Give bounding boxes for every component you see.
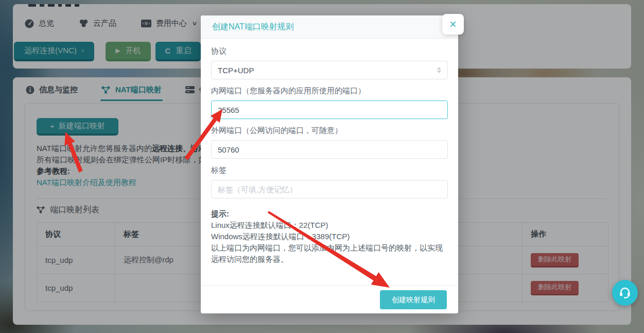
external-port-label: 外网端口（公网访问的端口，可随意） bbox=[211, 126, 448, 136]
modal-header: 创建NAT端口映射规则 bbox=[201, 15, 458, 39]
hint-line-explain: 以上端口为内网端口，您可以添加内网为上述端口号的映射，以实现远程访问您的服务器。 bbox=[211, 242, 448, 265]
hint-block: 提示: Linux远程连接默认端口：22(TCP) Windows远程连接默认端… bbox=[211, 208, 448, 265]
modal-close-button[interactable]: × bbox=[442, 14, 464, 35]
modal-footer: 创建映射规则 bbox=[201, 285, 458, 313]
tag-label: 标签 bbox=[211, 165, 448, 175]
select-sort-icon bbox=[437, 67, 441, 73]
support-chat-button[interactable] bbox=[612, 280, 638, 306]
modal-title: 创建NAT端口映射规则 bbox=[212, 22, 294, 32]
hint-title: 提示: bbox=[211, 208, 448, 220]
external-port-input[interactable] bbox=[211, 140, 448, 159]
create-mapping-rule-button[interactable]: 创建映射规则 bbox=[380, 290, 447, 309]
internal-port-label: 内网端口（您服务器内的应用所使用的端口） bbox=[211, 86, 448, 96]
protocol-selected-value: TCP+UDP bbox=[218, 66, 254, 75]
hint-line-windows: Windows远程连接默认端口：3389(TCP) bbox=[211, 231, 448, 242]
close-icon: × bbox=[449, 18, 456, 31]
modal-body: 协议 TCP+UDP 内网端口（您服务器内的应用所使用的端口） 外网端口（公网访… bbox=[201, 39, 458, 265]
headset-icon bbox=[618, 286, 632, 299]
tag-input[interactable] bbox=[211, 180, 448, 198]
protocol-select[interactable]: TCP+UDP bbox=[211, 61, 448, 79]
hint-line-linux: Linux远程连接默认端口：22(TCP) bbox=[211, 220, 448, 231]
protocol-label: 协议 bbox=[211, 46, 448, 56]
create-nat-rule-modal: 创建NAT端口映射规则 × 协议 TCP+UDP 内网端口（您服务器内的应用所使… bbox=[201, 15, 458, 313]
internal-port-input[interactable] bbox=[211, 101, 448, 119]
